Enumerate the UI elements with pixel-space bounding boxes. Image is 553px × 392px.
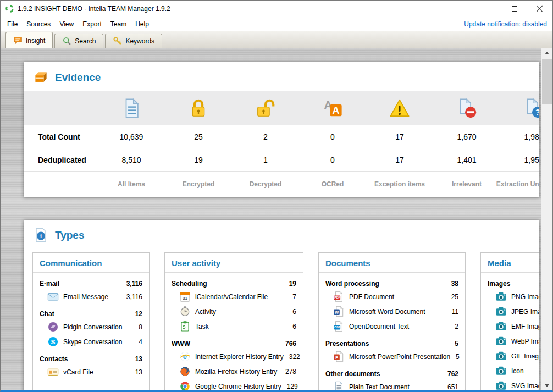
evidence-total-encrypted[interactable]: 25 xyxy=(165,125,232,148)
type-item-vcard-file[interactable]: vCard File 13 xyxy=(40,365,142,379)
scroll-up-button[interactable] xyxy=(541,48,552,58)
type-item-label: JPEG Image xyxy=(511,308,539,316)
powerpoint-icon: P xyxy=(333,351,345,362)
evidence-header: Evidence xyxy=(24,62,539,91)
image-icon xyxy=(495,321,507,332)
type-card-body: Scheduling 19 31 iCalendar/vCalendar Fil… xyxy=(165,273,303,390)
evidence-total-irrelevant[interactable]: 1,670 xyxy=(433,125,500,148)
image-icon xyxy=(495,350,507,362)
type-item-label: Icon xyxy=(511,367,539,375)
type-item-activity[interactable]: Activity 6 xyxy=(172,304,296,319)
type-section-count: 762 xyxy=(447,370,458,378)
type-item-task[interactable]: Task 6 xyxy=(172,319,296,334)
menu-view[interactable]: View xyxy=(55,18,78,30)
type-item-svg-image[interactable]: SVG Image xyxy=(488,378,539,390)
minimize-button[interactable] xyxy=(477,1,502,17)
type-section-name: E-mail xyxy=(40,280,59,288)
maximize-icon xyxy=(512,6,517,12)
insight-icon xyxy=(13,36,23,45)
evidence-total-exception[interactable]: 17 xyxy=(366,125,433,148)
app-logo-icon xyxy=(5,4,14,13)
type-item-webp-image[interactable]: WebP Image xyxy=(488,334,539,349)
menu-export[interactable]: Export xyxy=(78,18,106,30)
evidence-dedup-all-items[interactable]: 8,510 xyxy=(98,148,165,171)
app-window: 1.9.2 INSIGHT DEMO - Intella TEAM Manage… xyxy=(0,0,553,392)
type-item-plain-text-document[interactable]: Plain Text Document 651 xyxy=(325,379,458,390)
type-item-gif-image[interactable]: GIF Image xyxy=(488,349,539,363)
type-item-google-chrome-history-entry[interactable]: Google Chrome History Entry 129 xyxy=(172,379,296,390)
type-item-pidgin-conversation[interactable]: Pidgin Conversation 8 xyxy=(40,319,142,334)
types-title: Types xyxy=(55,229,85,241)
menu-file[interactable]: File xyxy=(3,18,22,30)
evidence-icon-row: AA? xyxy=(24,91,539,125)
type-item-label: Pidgin Conversation xyxy=(63,323,133,331)
update-notification-link[interactable]: Update notification: disabled xyxy=(464,20,547,28)
evidence-total-extraction-unsupported[interactable]: 1,985 xyxy=(500,125,539,148)
scroll-down-button[interactable] xyxy=(541,381,552,390)
menu-help[interactable]: Help xyxy=(131,18,153,30)
type-item-icon[interactable]: Icon xyxy=(488,363,539,378)
type-item-label: PNG Image xyxy=(511,293,539,301)
type-item-icalendar-vcalendar-file[interactable]: 31 iCalendar/vCalendar File 7 xyxy=(172,289,296,304)
type-card-title: User activity xyxy=(165,253,303,273)
types-info-icon: i xyxy=(34,228,48,242)
scrollbar-thumb[interactable] xyxy=(542,59,552,104)
type-section-name: Presentations xyxy=(325,340,369,347)
tab-search[interactable]: Search xyxy=(54,34,103,48)
type-item-jpeg-image[interactable]: JPEG Image xyxy=(488,304,539,319)
type-section-other-documents: Other documents 762 xyxy=(325,370,458,378)
word-icon: W xyxy=(333,306,345,317)
decrypted-icon xyxy=(255,98,276,119)
type-item-count: 651 xyxy=(447,383,458,391)
image-icon xyxy=(495,335,507,347)
type-card-user-activity: User activity Scheduling 19 31 iCalendar… xyxy=(164,252,303,390)
evidence-total-decrypted[interactable]: 2 xyxy=(232,125,299,148)
evidence-dedup-extraction-unsupported[interactable]: 1,957 xyxy=(500,148,539,171)
types-panel: i Types Communication E-mail 3,116 Email… xyxy=(24,220,539,390)
svg-text:A: A xyxy=(333,104,340,115)
type-item-pdf-document[interactable]: PDF PDF Document 25 xyxy=(325,289,458,304)
type-item-microsoft-powerpoint-presentation[interactable]: P Microsoft PowerPoint Presentation 5 xyxy=(325,349,458,364)
vertical-scrollbar[interactable] xyxy=(541,48,552,390)
type-item-emf-image[interactable]: EMF Image xyxy=(488,319,539,334)
type-section-count: 12 xyxy=(135,310,142,318)
type-item-email-message[interactable]: Email Message 3,116 xyxy=(40,289,142,304)
maximize-button[interactable] xyxy=(502,1,527,17)
close-button[interactable] xyxy=(527,1,552,17)
evidence-dedup-encrypted[interactable]: 19 xyxy=(165,148,232,171)
evidence-total-all-items[interactable]: 10,639 xyxy=(98,125,165,148)
evidence-dedup-irrelevant[interactable]: 1,401 xyxy=(433,148,500,171)
type-section-name: Contacts xyxy=(40,355,68,363)
menu-team[interactable]: Team xyxy=(106,18,131,30)
scroll-pane: Evidence AA? Total Count10,6392520171,67… xyxy=(1,48,541,390)
tab-insight[interactable]: Insight xyxy=(5,32,53,48)
type-section-count: 5 xyxy=(455,340,458,347)
menu-sources[interactable]: Sources xyxy=(22,18,55,30)
type-item-opendocument-text[interactable]: ODT OpenDocument Text 2 xyxy=(325,319,458,334)
type-item-png-image[interactable]: PNG Image xyxy=(488,289,539,304)
type-section-name: Other documents xyxy=(325,370,380,378)
type-item-count: 8 xyxy=(139,323,142,331)
type-item-count: 6 xyxy=(292,323,296,330)
evidence-dedup-exception[interactable]: 17 xyxy=(366,148,433,171)
type-item-skype-conversation[interactable]: S Skype Conversation 4 xyxy=(40,334,142,349)
evidence-dedup-ocred[interactable]: 0 xyxy=(299,148,366,171)
evidence-panel: Evidence AA? Total Count10,6392520171,67… xyxy=(24,62,539,197)
svg-text:ODT: ODT xyxy=(334,326,340,329)
odt-icon: ODT xyxy=(333,321,345,332)
type-section-name: Images xyxy=(488,280,510,288)
types-cards-row: Communication E-mail 3,116 Email Message… xyxy=(24,249,539,390)
evidence-dedup-decrypted[interactable]: 1 xyxy=(232,148,299,171)
irrelevant-icon xyxy=(456,98,477,119)
type-item-label: Task xyxy=(195,323,287,330)
type-item-mozilla-firefox-history-entry[interactable]: Mozilla Firefox History Entry 278 xyxy=(172,364,296,379)
svg-text:e: e xyxy=(183,352,187,361)
image-icon xyxy=(495,291,507,302)
tab-keywords[interactable]: Keywords xyxy=(105,34,162,48)
type-item-microsoft-word-document[interactable]: W Microsoft Word Document 11 xyxy=(325,304,458,319)
window-title: 1.9.2 INSIGHT DEMO - Intella TEAM Manage… xyxy=(18,5,170,13)
calendar-icon: 31 xyxy=(179,291,191,302)
evidence-total-ocred[interactable]: 0 xyxy=(299,125,366,148)
evidence-icon-cell xyxy=(433,91,500,125)
type-item-internet-explorer-history-entry[interactable]: e Internet Explorer History Entry 322 xyxy=(172,349,296,364)
